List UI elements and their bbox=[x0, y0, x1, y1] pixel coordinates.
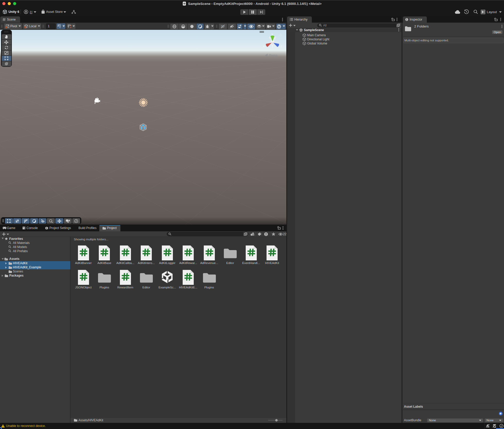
svg-text:Y: Y bbox=[59, 26, 61, 28]
svg-text:z: z bbox=[280, 44, 282, 48]
svg-text:y: y bbox=[271, 32, 273, 36]
svg-text:x: x bbox=[263, 44, 265, 48]
